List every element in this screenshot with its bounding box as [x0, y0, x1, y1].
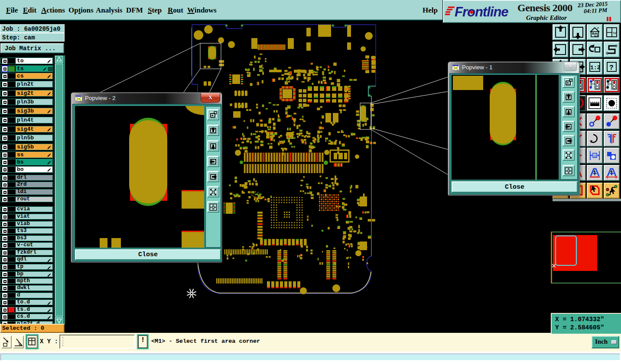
svg-text:4: 4 [594, 154, 596, 158]
svg-text:1:2: 1:2 [590, 64, 601, 71]
svg-text:xy: xy [613, 31, 616, 35]
svg-text:ok: ok [19, 343, 22, 346]
svg-text:?: ? [609, 64, 614, 72]
